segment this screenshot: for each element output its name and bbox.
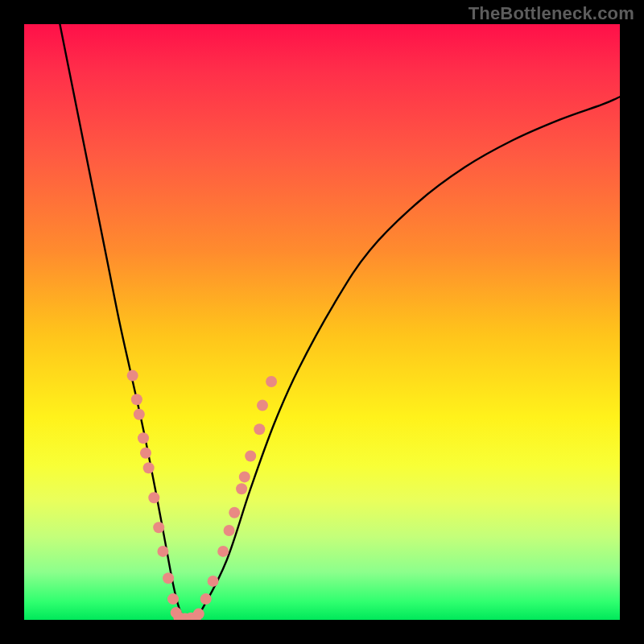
data-marker xyxy=(266,376,277,387)
data-marker xyxy=(217,546,229,557)
data-marker xyxy=(148,492,159,503)
data-marker xyxy=(200,593,212,605)
data-marker xyxy=(254,423,265,435)
data-marker xyxy=(236,483,247,494)
data-marker xyxy=(163,572,174,584)
data-marker xyxy=(140,448,151,459)
data-marker xyxy=(245,451,256,462)
data-marker xyxy=(131,394,142,405)
chart-svg xyxy=(24,24,620,620)
data-marker xyxy=(208,576,219,587)
data-marker xyxy=(134,409,145,420)
data-marker xyxy=(138,432,149,444)
data-marker xyxy=(224,525,235,536)
marker-group xyxy=(127,370,277,620)
data-marker xyxy=(229,507,240,518)
data-marker xyxy=(127,370,138,382)
data-marker xyxy=(157,546,168,557)
data-marker xyxy=(193,609,204,620)
curve-path xyxy=(60,24,620,620)
data-marker xyxy=(153,522,164,533)
data-marker xyxy=(167,593,179,605)
chart-frame: TheBottleneck.com xyxy=(0,0,644,644)
plot-area xyxy=(24,24,620,620)
watermark-text: TheBottleneck.com xyxy=(469,3,634,24)
data-marker xyxy=(239,471,250,482)
data-marker xyxy=(143,462,155,473)
data-marker xyxy=(257,400,268,411)
